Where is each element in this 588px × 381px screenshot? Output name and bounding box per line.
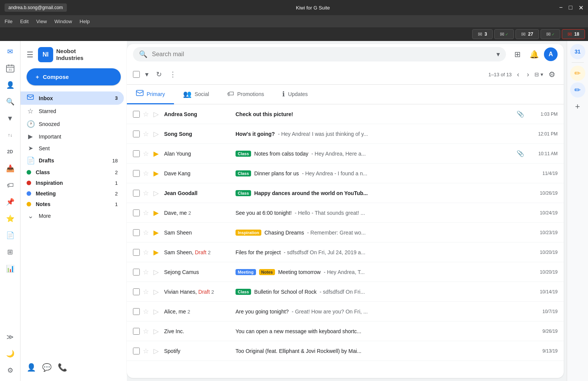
rail-inbox-icon[interactable]: 📥 — [3, 161, 18, 176]
more-options-button[interactable]: ⋮ — [167, 68, 179, 81]
important-marker-icon[interactable]: ▶ — [153, 150, 161, 158]
row-checkbox[interactable] — [133, 328, 140, 335]
account-tab-3[interactable]: ✉ 27 — [515, 29, 539, 39]
account-tab-4[interactable]: ✉ ✓ — [541, 29, 560, 39]
table-row[interactable]: ☆ ▶ Dave Kang Class Dinner plans for us … — [127, 164, 564, 183]
table-row[interactable]: ☆ ▷ Alice, me 2 Are you going tonight? -… — [127, 302, 564, 321]
row-checkbox[interactable] — [133, 308, 140, 315]
maximize-button[interactable]: □ — [569, 4, 572, 11]
row-checkbox[interactable] — [133, 348, 140, 354]
row-checkbox[interactable] — [133, 170, 140, 177]
important-marker-icon[interactable]: ▷ — [153, 288, 161, 296]
important-marker-icon[interactable]: ▶ — [153, 209, 161, 217]
rail-filter-icon[interactable]: ▼ — [3, 111, 18, 126]
rail-collapse-icon[interactable]: ↑↓ — [3, 128, 18, 143]
refresh-button[interactable]: ↻ — [154, 68, 164, 81]
important-marker-icon[interactable]: ▷ — [153, 347, 161, 355]
row-checkbox[interactable] — [133, 150, 140, 157]
row-checkbox[interactable] — [133, 229, 140, 236]
right-add-icon[interactable]: + — [570, 99, 585, 114]
important-marker-icon[interactable]: ▷ — [153, 189, 161, 197]
table-row[interactable]: ☆ ▷ Zive Inc. You can open a new message… — [127, 321, 564, 341]
close-button[interactable]: ✕ — [579, 4, 583, 11]
table-row[interactable]: ☆ ▶ Sam Sheen Inspiration Chasing Dreams… — [127, 223, 564, 242]
menu-view[interactable]: View — [36, 19, 47, 24]
sidebar-item-sent[interactable]: ➤ Sent — [21, 142, 124, 154]
important-marker-icon[interactable]: ▷ — [153, 268, 161, 276]
row-checkbox[interactable] — [133, 288, 140, 295]
important-marker-icon[interactable]: ▶ — [153, 248, 161, 257]
account-tab-1[interactable]: ✉ 3 — [472, 29, 493, 39]
search-dropdown-icon[interactable]: ▾ — [496, 50, 500, 58]
star-icon[interactable]: ☆ — [143, 228, 150, 237]
table-row[interactable]: ☆ ▷ Andrea Song Check out this picture! … — [127, 104, 564, 124]
star-icon[interactable]: ☆ — [143, 189, 150, 197]
star-icon[interactable]: ☆ — [143, 169, 150, 178]
rail-search-icon[interactable]: 🔍 — [3, 94, 18, 109]
tab-primary[interactable]: Primary — [127, 85, 174, 104]
next-page-button[interactable]: › — [525, 68, 531, 81]
important-marker-icon[interactable]: ▷ — [153, 110, 161, 118]
row-checkbox[interactable] — [133, 190, 140, 197]
tab-social[interactable]: 👥 Social — [174, 85, 218, 104]
important-marker-icon[interactable]: ▶ — [153, 228, 161, 237]
right-edit-icon[interactable]: ✏ — [570, 66, 585, 81]
table-row[interactable]: ☆ ▶ Dave, me 2 See you at 6:00 tonight! … — [127, 203, 564, 223]
tab-updates[interactable]: ℹ Updates — [273, 85, 317, 104]
add-contact-icon[interactable]: 👤 — [27, 363, 36, 372]
menu-help[interactable]: Help — [80, 19, 90, 24]
star-icon[interactable]: ☆ — [143, 327, 150, 335]
rail-pin-icon[interactable]: 📌 — [3, 194, 18, 209]
account-tab-2[interactable]: ✉ ✓ — [494, 29, 514, 39]
star-icon[interactable]: ☆ — [143, 150, 150, 158]
menu-window[interactable]: Window — [54, 19, 72, 24]
star-icon[interactable]: ☆ — [143, 248, 150, 257]
rail-report-icon[interactable]: 📊 — [3, 261, 18, 276]
rail-calendar-icon[interactable]: 31 — [3, 61, 18, 76]
table-row[interactable]: ☆ ▷ Spotify Too Original (feat. Elliphan… — [127, 341, 564, 361]
rail-table-icon[interactable]: ⊞ — [3, 244, 18, 260]
important-marker-icon[interactable]: ▶ — [153, 169, 161, 178]
star-icon[interactable]: ☆ — [143, 288, 150, 296]
avatar[interactable]: A — [544, 47, 558, 61]
row-checkbox[interactable] — [133, 111, 140, 118]
compose-button[interactable]: + Compose — [27, 68, 121, 85]
rail-star2-icon[interactable]: ⭐ — [3, 211, 18, 226]
row-checkbox[interactable] — [133, 269, 140, 276]
table-row[interactable]: ☆ ▷ Jean Goodall Class Happy dances arou… — [127, 183, 564, 203]
sidebar-item-inspiration[interactable]: Inspiration 1 — [21, 178, 124, 188]
star-icon[interactable]: ☆ — [143, 130, 150, 138]
table-row[interactable]: ☆ ▷ Vivian Hanes, Draft 2 Class Bulletin… — [127, 282, 564, 302]
chat-icon[interactable]: 💬 — [42, 363, 52, 372]
window-controls[interactable]: − □ ✕ — [559, 4, 583, 11]
sidebar-item-notes[interactable]: Notes 1 — [21, 199, 124, 209]
view-options-icon[interactable]: ⊟ ▾ — [534, 71, 543, 77]
sidebar-item-more[interactable]: ⌄ More — [21, 209, 124, 222]
important-marker-icon[interactable]: ▷ — [153, 130, 161, 138]
minimize-button[interactable]: − — [559, 4, 563, 11]
sidebar-item-starred[interactable]: ☆ Starred — [21, 105, 124, 118]
star-icon[interactable]: ☆ — [143, 110, 150, 118]
table-row[interactable]: ☆ ▷ Sejong Camus Meeting Notes Meeting t… — [127, 262, 564, 282]
right-pencil-icon[interactable]: ✏ — [570, 82, 585, 98]
table-row[interactable]: ☆ ▶ Alan Young Class Notes from calss to… — [127, 144, 564, 164]
star-icon[interactable]: ☆ — [143, 347, 150, 355]
rail-2d-icon[interactable]: 2D — [3, 144, 18, 159]
notifications-icon[interactable]: 🔔 — [527, 47, 541, 61]
select-dropdown-button[interactable]: ▾ — [143, 68, 151, 81]
search-input[interactable] — [152, 51, 492, 58]
right-calendar-icon[interactable]: 31 — [570, 44, 585, 59]
tab-promotions[interactable]: 🏷 Promotions — [218, 85, 273, 104]
menu-file[interactable]: File — [5, 19, 13, 24]
sidebar-item-snoozed[interactable]: 🕐 Snoozed — [21, 118, 124, 131]
sidebar-item-class[interactable]: Class 2 — [21, 167, 124, 178]
star-icon[interactable]: ☆ — [143, 268, 150, 276]
table-row[interactable]: ☆ ▶ Sam Sheen, Draft 2 Files for the pro… — [127, 242, 564, 262]
settings-button[interactable]: ⚙ — [546, 68, 558, 81]
apps-icon[interactable]: ⊞ — [511, 47, 524, 61]
sidebar-item-meeting[interactable]: Meeting 2 — [21, 188, 124, 199]
prev-page-button[interactable]: ‹ — [515, 68, 522, 81]
account-tab-5[interactable]: ✉ 18 — [562, 29, 585, 39]
star-icon[interactable]: ☆ — [143, 307, 150, 316]
rail-mail-icon[interactable]: ✉ — [3, 44, 18, 59]
